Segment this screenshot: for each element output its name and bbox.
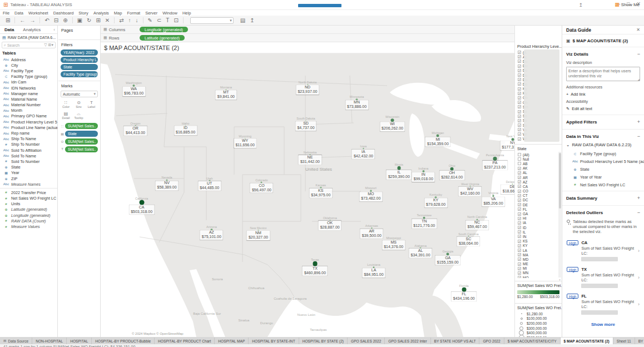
map-mark-co[interactable]: ColoradoCO$56,497.00: [250, 179, 273, 192]
field-sold-to-name[interactable]: AbcSold To Name: [0, 153, 57, 158]
checkbox-checked[interactable]: [518, 137, 521, 141]
viz-details-section[interactable]: Viz Details−: [562, 47, 644, 59]
viz-field-state[interactable]: ⊕State: [562, 165, 644, 173]
data-summary-section[interactable]: Data Summary+: [562, 191, 644, 203]
checkbox-checked[interactable]: [518, 123, 521, 127]
checkbox-checked[interactable]: [518, 221, 521, 225]
sheet-tab-by-state-hosp-vs-alt[interactable]: BY STATE HOSP VS ALT: [431, 338, 480, 344]
map-mark-ia[interactable]: IowaIA$42,432.00: [352, 145, 375, 159]
size-legend-card[interactable]: SUM(Net Sales WO Frei... $1,280.00$100,0…: [515, 304, 562, 337]
datasource-expander[interactable]: ⌄ RAW DATA (RAW DATA 6.2.23): [562, 141, 644, 148]
map-mark-ne[interactable]: NebraskaNE$31,442.00: [299, 151, 321, 165]
save-button[interactable]: ⊟: [54, 17, 58, 24]
sheet-tab-sheet-11[interactable]: Sheet 11: [613, 338, 635, 344]
checkbox-checked[interactable]: [518, 203, 521, 206]
field-ship-to-number[interactable]: #Ship To Number: [0, 142, 57, 147]
edit-alt-text-button[interactable]: ✎Edit alt text: [562, 105, 644, 112]
checkbox-checked[interactable]: [518, 110, 521, 113]
checkbox-checked[interactable]: [518, 276, 521, 278]
state-filter-item-ia[interactable]: IA: [515, 221, 562, 225]
rows-shelf[interactable]: ▦Rows Latitude (generated): [101, 34, 514, 42]
checkbox-checked[interactable]: [518, 176, 521, 179]
sort-ascending-button[interactable]: ↑: [128, 17, 131, 24]
sheet-tab-gpo-sales-2022[interactable]: GPO SALES 2022: [348, 338, 385, 344]
map-mark-sd[interactable]: South DakotaSD$4,737.00: [295, 117, 316, 131]
checkbox-checked[interactable]: [518, 217, 521, 220]
swap-rows-columns-button[interactable]: ⇄: [119, 17, 123, 24]
sort-descending-button[interactable]: ↓: [136, 17, 138, 24]
pages-shelf[interactable]: Pages: [58, 26, 100, 40]
sheet-tab-hospital-map[interactable]: HOSPITAL MAP: [215, 338, 249, 344]
scroll-down-icon[interactable]: ⌄: [558, 277, 561, 281]
share-icon[interactable]: ↥: [578, 2, 583, 8]
checkbox-unchecked[interactable]: [518, 157, 521, 161]
refresh-button[interactable]: ↻: [87, 17, 91, 24]
field-state[interactable]: ⊕State: [0, 165, 57, 170]
map-mark-in[interactable]: IndianaIN$99,018.00: [412, 167, 435, 182]
field-month[interactable]: AbcMonth: [0, 108, 57, 113]
menu-server[interactable]: Server: [145, 11, 157, 16]
checkbox-checked[interactable]: [518, 235, 521, 238]
map-mark-fl[interactable]: FloridaFL$434,196.00: [452, 285, 477, 301]
map-mark-nv[interactable]: NevadaNV$58,389.00: [156, 176, 179, 190]
checkbox-checked[interactable]: [518, 230, 521, 234]
field-facility-type-group-[interactable]: ⊂Facility Type (group): [0, 74, 57, 80]
state-filter-item-az[interactable]: AZ: [515, 180, 562, 184]
checkbox-checked[interactable]: [518, 78, 521, 81]
map-mark-ut[interactable]: UtahUT$44,485.00: [198, 177, 221, 191]
mark-type-dropdown[interactable]: Automatic▾: [61, 91, 98, 97]
checkbox-checked[interactable]: [518, 185, 521, 188]
checkbox-checked[interactable]: [518, 132, 521, 136]
mark-dot[interactable]: [462, 287, 466, 292]
field-idn-cam[interactable]: AbcIdn Cam: [0, 80, 57, 85]
map-mark-or[interactable]: OregonOR$44,413.00: [124, 122, 147, 136]
search-input[interactable]: ⌕ Search ▽ ⊞▾: [2, 42, 56, 48]
field-longitude-generated-[interactable]: ⊕Longitude (generated): [0, 212, 57, 218]
new-worksheet-button[interactable]: ▣: [77, 17, 82, 24]
duplicate-button[interactable]: ⊞: [96, 17, 100, 24]
tab-analytics[interactable]: Analytics: [18, 27, 45, 32]
sheet-tab-non-hospital[interactable]: NON-HOSPITAL: [32, 338, 67, 344]
checkbox-checked[interactable]: [518, 60, 521, 63]
field-idn-networks[interactable]: AbcIDN Networks: [0, 85, 57, 91]
mark-pill[interactable]: State: [65, 131, 98, 137]
checkbox-checked[interactable]: [518, 262, 521, 266]
state-filter-item-dc[interactable]: DC: [515, 198, 562, 202]
chevron-right-icon[interactable]: ›: [638, 248, 640, 254]
mark-pill[interactable]: SUM(Net Sales..: [65, 123, 98, 129]
state-filter-item-ky[interactable]: KY: [515, 244, 562, 248]
add-link-button[interactable]: +Add link: [562, 91, 644, 98]
group-members-button[interactable]: ⊂: [157, 17, 161, 24]
sheet-tab-hospital[interactable]: HOSPITAL: [67, 338, 92, 344]
state-filter-item-co[interactable]: CO: [515, 189, 562, 194]
state-filter-item-ab[interactable]: AB: [515, 161, 562, 166]
map-viz[interactable]: United StatesSonoraChihuahuaCoahuila de …: [101, 53, 514, 337]
clear-sheet-button[interactable]: ✕: [105, 17, 110, 24]
checkbox-checked[interactable]: [518, 226, 521, 229]
checkbox-checked[interactable]: [518, 244, 521, 247]
checkbox-checked[interactable]: [518, 240, 521, 243]
map-mark-ar[interactable]: ArkansasAR$39,500.00: [360, 225, 383, 239]
state-filter-item-null[interactable]: Null: [515, 157, 562, 161]
mark-pill[interactable]: SUM(Net Sales..: [65, 138, 98, 145]
state-filter-item-me[interactable]: ME: [515, 262, 562, 266]
sheet-tab-hospital-by-state-int[interactable]: HOSPITAL BY STATE-INT: [249, 338, 299, 344]
map-mark-al[interactable]: AlabamaAL$34,391.00: [409, 245, 432, 258]
map-mark-oh[interactable]: OhioOH$282,614.00: [439, 164, 464, 180]
viz-field-product-hierarchy-level-5-name-actual-[interactable]: AbcProduct Hierarchy Level 5 Name (actua…: [562, 157, 644, 165]
menu-data[interactable]: Data: [14, 11, 23, 16]
color-button[interactable]: ∷Color: [60, 100, 72, 110]
back-button[interactable]: ←: [19, 17, 25, 24]
label-button[interactable]: TLabel: [86, 100, 97, 110]
field-sold-to-affiliation[interactable]: AbcSold To Affiliation: [0, 147, 57, 153]
map-mark-ks[interactable]: KansasKS$34,975.00: [309, 184, 332, 197]
menu-window[interactable]: Window: [162, 11, 177, 16]
show-more-button[interactable]: Show more: [562, 318, 644, 329]
color-legend-card[interactable]: SUM(Net Sales WO Frei... $1,280.00 $503,…: [515, 281, 562, 304]
checkbox-checked[interactable]: [518, 194, 521, 197]
checkbox-checked[interactable]: [518, 267, 521, 270]
outlier-item-ca[interactable]: HighCASum of Net Sales WO Freight LC:›: [562, 237, 644, 264]
field-measure-values[interactable]: #Measure Values: [0, 224, 57, 229]
filter-pill[interactable]: Product Hierarchy L...: [61, 57, 98, 63]
state-filter-item-mi[interactable]: MI: [515, 266, 562, 271]
